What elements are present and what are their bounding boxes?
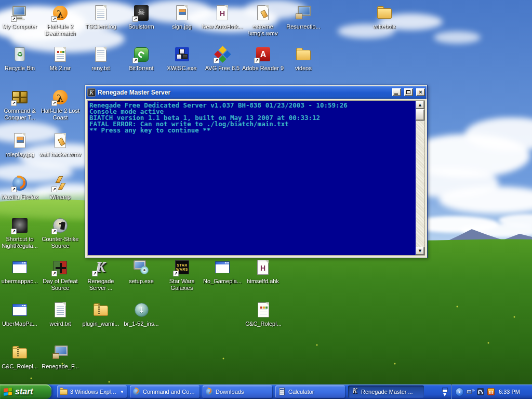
desktop-icon[interactable]: ♻Recycle Bin <box>0 46 42 72</box>
shortcut-arrow-overlay: ↗ <box>11 229 17 234</box>
desktop-icon-label: Winamp <box>38 194 82 201</box>
deskband-handle[interactable]: ▼ <box>439 384 450 399</box>
renegade-app-icon: K <box>87 88 96 97</box>
folder-icon <box>60 388 68 396</box>
system-tray: ‹ » m 6:33 PM <box>451 384 532 399</box>
desktop-icon[interactable]: TSClient.log <box>79 4 123 30</box>
desktop-icon[interactable]: weird.txt <box>38 301 82 327</box>
console-output[interactable]: Renegade Free Dedicated Server v1.037 BH… <box>88 101 416 255</box>
desktop-icon[interactable]: ↗Counter-Strike Source <box>38 217 82 249</box>
zipfolder-icon <box>10 344 29 362</box>
taskbar-button[interactable]: Downloads <box>203 385 272 398</box>
desktop-icon[interactable]: plugin_warni... <box>79 301 123 327</box>
desktop-icon-label: UberMapPa... <box>0 321 42 327</box>
desktop-icon-label: AVG Free 8.5 <box>201 65 244 72</box>
desktop-icon-label: Half-Life 2 Deathmatch <box>38 23 82 37</box>
bittorrent-icon: ↗ <box>132 46 151 63</box>
scrollbar-thumb[interactable] <box>416 109 424 121</box>
desktop-icon[interactable]: ↓br_1-52_ins... <box>119 301 163 327</box>
taskbar-button[interactable]: Calculator <box>275 385 345 398</box>
taskbar-clock[interactable]: 6:33 PM <box>499 389 520 395</box>
shortcut-arrow-overlay: ↗ <box>51 100 57 106</box>
desktop-icon[interactable]: Mk 2.rar <box>38 46 82 72</box>
textdoc-icon <box>91 4 110 22</box>
shortcut-arrow-overlay: ↗ <box>11 16 17 22</box>
desktop-icon[interactable]: Hhimselfd.ahk <box>241 259 285 285</box>
desktop-icon-label: Renegade Server ... <box>79 278 123 291</box>
desktop-icon[interactable]: ↗Command & Conquer T... <box>0 88 42 121</box>
ahk-icon: H <box>254 259 272 276</box>
desktop-icon[interactable]: sign.jpg <box>160 4 204 30</box>
taskbar-button[interactable]: 3 Windows Explo...▼ <box>57 385 127 398</box>
desktop-icon[interactable]: videos <box>282 46 325 72</box>
start-button[interactable]: start <box>0 384 51 399</box>
desktop-icon-label: sign.jpg <box>160 23 204 30</box>
desktop-icon[interactable]: Renegade_F... <box>38 344 82 370</box>
appwindow-icon <box>213 259 232 276</box>
shortcut-arrow-overlay: ↗ <box>51 187 57 192</box>
desktop-icon[interactable]: ↗AVG Free 8.5 <box>201 46 244 72</box>
taskbar-button[interactable]: Command and Con... <box>130 385 200 398</box>
nightshot-icon: ↗ <box>10 217 29 234</box>
skull-icon: ☠↗ <box>132 4 151 22</box>
shortcut-arrow-overlay: ↗ <box>254 58 260 63</box>
desktop-icon[interactable]: XWISC.exe <box>160 46 204 72</box>
desktop-icon[interactable]: C&C_Rolepl... <box>242 301 285 327</box>
minimize-button[interactable] <box>392 88 401 96</box>
desktop-icon-label: wittebolx <box>363 23 406 30</box>
messenger-tray-icon[interactable]: m <box>487 388 495 396</box>
desktop-icon[interactable]: K↗Renegade Server ... <box>79 259 123 291</box>
desktop-icon[interactable]: wittebolx <box>363 4 406 30</box>
desktop-icon[interactable]: ☠↗Soulstorm <box>119 4 163 30</box>
renegadeK-icon: K <box>351 388 359 396</box>
desktop-icon[interactable]: No_Gamepla... <box>201 259 244 285</box>
network-tray-icon[interactable]: » <box>466 388 474 396</box>
desktop-icon[interactable]: ↗Day of Defeat Source <box>38 259 82 291</box>
desktop-icon-label: Adobe Reader 9 <box>241 65 285 72</box>
window-titlebar[interactable]: K Renegade Master Server × <box>86 86 427 99</box>
desktop-icon[interactable]: A↗Adobe Reader 9 <box>241 46 285 72</box>
taskbar-button-label: Renegade Master ... <box>361 389 421 395</box>
desktop-icon-label: No_Gamepla... <box>201 278 244 285</box>
desktop-icon[interactable]: UberMapPa... <box>0 301 42 327</box>
desktop-icon[interactable]: reny.txt <box>79 46 123 72</box>
desktop-icon-label: Counter-Strike Source <box>38 236 82 249</box>
scroll-up-button[interactable]: ▲ <box>416 101 424 109</box>
desktop-icon[interactable]: λ↗Half-Life 2 Lost Coast <box>38 88 82 121</box>
desktop-icon[interactable]: extreme !xmg's.wmv <box>241 4 285 37</box>
shortcut-arrow-overlay: ↗ <box>132 16 138 22</box>
desktop-icon[interactable]: wall hacker.wmv <box>38 132 82 158</box>
desktop-icon[interactable]: setup.exe <box>119 259 163 285</box>
scroll-down-button[interactable]: ▼ <box>416 247 424 255</box>
taskbar-button[interactable]: KRenegade Master ... <box>348 385 424 398</box>
desktop-icon[interactable]: HNew AutoHotk... <box>201 4 244 30</box>
desktop-icon[interactable]: C&C_Rolepl... <box>0 344 42 370</box>
hide-icons-chevron[interactable]: ‹ <box>455 388 464 396</box>
desktop-icon-label: Half-Life 2 Lost Coast <box>38 108 82 121</box>
desktop-icon-label: Star Wars Galaxies <box>160 278 204 291</box>
desktop-icon[interactable]: ubermappac... <box>0 259 42 285</box>
desktop-icon-label: My Computer <box>0 23 42 30</box>
desktop-icon-label: New AutoHotk... <box>201 23 244 30</box>
shortcut-arrow-overlay: ↗ <box>132 58 138 63</box>
group-dropdown-arrow-icon[interactable]: ▼ <box>119 390 124 394</box>
folder-icon <box>294 46 313 63</box>
desktop: ↗My Computerλ↗Half-Life 2 DeathmatchTSCl… <box>0 0 532 399</box>
desktop-icon[interactable]: ↗Shortcut to NightRegula... <box>0 217 42 249</box>
desktop-icon[interactable]: ↗BitTorrent <box>119 46 163 72</box>
desktop-icon[interactable]: ↗My Computer <box>0 4 42 30</box>
recycle-icon: ♻ <box>10 46 29 63</box>
desktop-icon-label: Resurrectio... <box>282 23 325 30</box>
scrollbar[interactable]: ▲ ▼ <box>416 101 424 255</box>
maximize-button[interactable] <box>404 88 413 96</box>
shortcut-arrow-overlay: ↗ <box>51 271 57 276</box>
desktop-icon[interactable]: λ↗Half-Life 2 Deathmatch <box>38 4 82 37</box>
desktop-icon[interactable]: STARWARS↗Star Wars Galaxies <box>160 259 204 291</box>
volume-headphones-tray-icon[interactable] <box>476 388 485 396</box>
desktop-icon[interactable]: roleplay.jpg <box>0 132 42 158</box>
close-button[interactable]: × <box>416 88 425 96</box>
desktop-icon[interactable]: ↗Winamp <box>38 175 82 201</box>
desktop-icon[interactable]: Resurrectio... <box>282 4 325 30</box>
windows-flag-icon <box>4 388 12 396</box>
desktop-icon[interactable]: ↗Mozilla Firefox <box>0 175 42 201</box>
